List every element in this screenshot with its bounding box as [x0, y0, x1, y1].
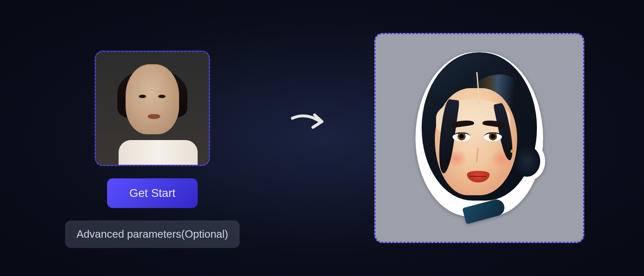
- left-panel: Get Start Advanced parameters(Optional): [49, 28, 255, 248]
- arrow-right-icon: [289, 109, 330, 134]
- main-container: Get Start Advanced parameters(Optional): [0, 0, 644, 276]
- input-image: [96, 52, 209, 165]
- arrow-container: [279, 109, 341, 134]
- output-image-box: [374, 33, 584, 243]
- right-panel: [364, 33, 595, 243]
- output-sticker: [401, 41, 558, 235]
- input-portrait: [96, 52, 209, 165]
- input-image-dropzone[interactable]: [95, 51, 210, 166]
- advanced-parameters-button[interactable]: Advanced parameters(Optional): [65, 220, 240, 248]
- get-start-button[interactable]: Get Start: [107, 178, 198, 208]
